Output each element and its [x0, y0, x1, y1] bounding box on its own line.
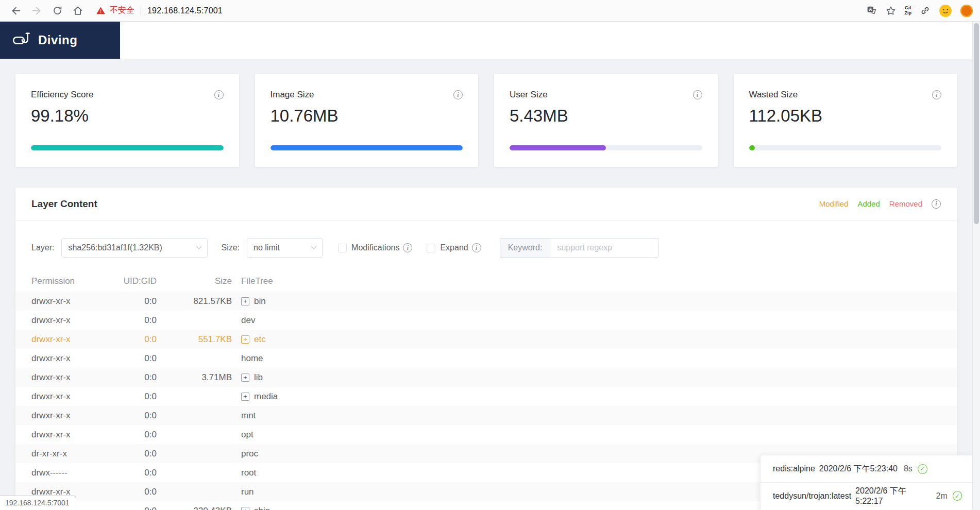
row-permission: dr-xr-xr-x [31, 449, 122, 459]
expand-checkbox[interactable] [427, 244, 435, 252]
url-text[interactable]: 192.168.124.5:7001 [147, 6, 223, 15]
info-icon[interactable]: i [453, 90, 463, 99]
info-icon[interactable]: i [403, 243, 412, 252]
layer-select-label: Layer: [31, 243, 54, 252]
gitzip-extension-icon[interactable]: Git Zip [905, 6, 912, 15]
avatar[interactable] [939, 4, 952, 18]
table-row[interactable]: drwxr-xr-x 0:0 3.71MB + lib [15, 368, 957, 387]
keyword-input[interactable] [550, 238, 659, 258]
expand-icon[interactable]: + [241, 393, 249, 401]
col-filetree: FileTree [232, 276, 941, 286]
col-uid-gid: UID:GID [122, 276, 157, 286]
history-image-name: redis:alpine [773, 464, 815, 473]
security-warning-label[interactable]: 不安全 [110, 5, 134, 16]
row-uid-gid: 0:0 [122, 392, 157, 402]
row-permission: drwxr-xr-x [31, 372, 122, 383]
scrollbar[interactable] [972, 22, 980, 510]
table-row[interactable]: drwxr-xr-x 0:0 opt [15, 425, 957, 444]
row-filename: dev [241, 315, 255, 326]
page-viewport: Diving Efficiency Score i 99.18% Image S… [0, 22, 972, 510]
bookmark-star-icon[interactable] [885, 5, 897, 16]
table-row[interactable]: drwxr-xr-x 0:0 821.57KB + bin [15, 292, 957, 311]
filter-row: Layer: sha256:bd31af1f(1.32KB) Size: no … [15, 220, 957, 258]
row-permission: drwx------ [31, 468, 122, 478]
row-filetree-cell: dev [232, 315, 941, 326]
table-row[interactable]: drwxr-xr-x 0:0 dev [15, 311, 957, 330]
history-time: 2020/2/6 下午5:22:17 [855, 486, 930, 506]
app-logo-block[interactable]: Diving [0, 22, 120, 59]
row-filetree-cell: + lib [232, 372, 941, 383]
chevron-down-icon [196, 244, 202, 249]
browser-toolbar: 不安全 192.168.124.5:7001 A Git Zip [0, 0, 980, 22]
address-separator [141, 6, 141, 15]
row-uid-gid: 0:0 [122, 487, 157, 497]
expand-checkbox-group: Expand i [427, 243, 481, 252]
forward-icon[interactable] [28, 2, 45, 20]
row-size: 3.71MB [157, 372, 232, 383]
expand-icon[interactable]: + [241, 507, 249, 510]
table-row[interactable]: drwxr-xr-x 0:0 mnt [15, 406, 957, 425]
row-filename: mnt [241, 411, 256, 421]
modifications-checkbox[interactable] [338, 244, 347, 252]
row-filename: etc [254, 334, 266, 345]
info-icon[interactable]: i [214, 90, 224, 99]
table-header: Permission UID:GID Size FileTree [15, 271, 957, 292]
expand-label: Expand [440, 243, 468, 252]
status-bubble: 192.168.124.5:7001 [0, 496, 76, 510]
info-icon[interactable]: i [472, 243, 481, 252]
row-uid-gid: 0:0 [122, 430, 157, 440]
row-size: 220.43KB [157, 506, 232, 510]
expand-icon[interactable]: + [241, 335, 249, 344]
table-row[interactable]: drwxr-xr-x 0:0 home [15, 349, 957, 368]
stat-progress-fill [749, 145, 755, 150]
legend-label: Added [857, 199, 880, 208]
stat-value: 5.43MB [510, 106, 702, 126]
home-icon[interactable] [69, 2, 87, 20]
row-filename: proc [241, 449, 258, 459]
row-permission: drwxr-xr-x [31, 430, 122, 440]
row-filetree-cell: opt [232, 430, 941, 440]
row-filename: bin [254, 296, 266, 307]
table-row[interactable]: drwxr-xr-x 0:0 551.7KB + etc [15, 330, 957, 349]
info-icon[interactable]: i [932, 199, 941, 209]
history-item[interactable]: redis:alpine 2020/2/6 下午5:23:40 8s ✓ [761, 455, 972, 482]
stats-row: Efficiency Score i 99.18% Image Size i 1… [15, 74, 957, 167]
stat-card: User Size i 5.43MB [494, 74, 718, 167]
info-icon[interactable]: i [693, 90, 702, 99]
info-icon[interactable]: i [932, 90, 941, 99]
row-uid-gid: 0:0 [122, 468, 157, 478]
stat-value: 112.05KB [749, 106, 942, 126]
stat-label: Image Size [271, 90, 314, 100]
size-select[interactable]: no limit [247, 238, 323, 258]
row-filename: root [241, 468, 256, 478]
history-item[interactable]: teddysun/trojan:latest 2020/2/6 下午5:22:1… [761, 482, 972, 509]
row-filetree-cell: + bin [232, 296, 941, 307]
scrollbar-thumb[interactable] [974, 23, 979, 224]
row-uid-gid: 0:0 [122, 506, 157, 510]
reload-icon[interactable] [48, 2, 66, 20]
app-title: Diving [38, 33, 77, 47]
row-filetree-cell: + etc [232, 334, 941, 345]
stat-card: Wasted Size i 112.05KB [734, 74, 957, 167]
keyword-label: Keyword: [500, 238, 550, 258]
translate-icon[interactable]: A [866, 5, 877, 16]
profile-badge[interactable] [960, 5, 973, 17]
legend-label: Modified [819, 199, 849, 208]
layer-content-title: Layer Content [31, 198, 97, 210]
stat-card: Efficiency Score i 99.18% [15, 74, 239, 167]
check-icon: ✓ [918, 464, 927, 474]
layer-select[interactable]: sha256:bd31af1f(1.32KB) [61, 238, 208, 258]
link-extension-icon[interactable] [920, 5, 931, 16]
address-bar[interactable]: 不安全 192.168.124.5:7001 [96, 5, 863, 16]
table-row[interactable]: drwxr-xr-x 0:0 + media [15, 387, 957, 406]
back-icon[interactable] [7, 2, 25, 20]
expand-icon[interactable]: + [241, 373, 249, 382]
check-icon: ✓ [953, 491, 962, 501]
row-uid-gid: 0:0 [122, 296, 157, 307]
row-uid-gid: 0:0 [122, 353, 157, 364]
expand-icon[interactable]: + [241, 297, 249, 305]
warning-triangle-icon[interactable] [96, 6, 106, 15]
size-select-label: Size: [221, 243, 240, 252]
stat-label: User Size [510, 90, 548, 100]
row-uid-gid: 0:0 [122, 372, 157, 383]
